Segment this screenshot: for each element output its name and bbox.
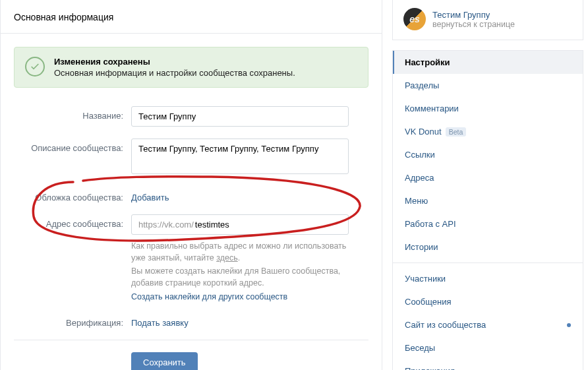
group-name: Тестим Группу <box>432 10 515 20</box>
menu-item-label: Настройки <box>405 57 450 67</box>
menu-item[interactable]: Участники <box>393 267 583 290</box>
back-link[interactable]: вернуться к странице <box>432 20 515 29</box>
addr-hint: Как правильно выбрать адрес и можно ли и… <box>131 240 355 303</box>
addr-prefix: https://vk.com/ <box>138 220 194 230</box>
addr-input[interactable] <box>194 219 341 230</box>
addr-help-link[interactable]: здесь <box>216 253 237 262</box>
beta-badge: Beta <box>446 127 467 137</box>
menu-item-label: Истории <box>405 242 438 252</box>
menu-item-label: Сообщения <box>405 297 452 307</box>
main-column: Основная информация Изменения сохранены … <box>0 0 382 370</box>
verify-link[interactable]: Подать заявку <box>131 313 189 328</box>
cover-add-link[interactable]: Добавить <box>131 188 169 202</box>
menu-item[interactable]: Адреса <box>393 166 583 189</box>
verify-label: Верификация: <box>14 313 131 328</box>
menu-item-label: Приложения <box>405 366 455 370</box>
settings-menu: НастройкиРазделыКомментарииVK DonutBetaС… <box>392 50 583 370</box>
side-column: es Тестим Группу вернуться к странице На… <box>392 0 583 370</box>
menu-item-label: Комментарии <box>405 104 459 113</box>
desc-label: Описание сообщества: <box>14 139 131 153</box>
menu-item-label: Адреса <box>405 173 434 183</box>
menu-item[interactable]: Сайт из сообщества <box>393 313 583 336</box>
menu-item[interactable]: Истории <box>393 235 583 259</box>
menu-item-label: Разделы <box>405 80 439 90</box>
group-card[interactable]: es Тестим Группу вернуться к странице <box>392 0 583 40</box>
menu-item[interactable]: Меню <box>393 189 583 212</box>
menu-item[interactable]: Разделы <box>393 74 583 97</box>
menu-item-label: Участники <box>405 274 446 284</box>
menu-separator <box>393 262 583 263</box>
stickers-link[interactable]: Создать наклейки для других сообществ <box>131 292 287 301</box>
menu-item-label: Сайт из сообщества <box>405 320 486 330</box>
save-button[interactable]: Сохранить <box>131 352 198 370</box>
notification-dot-icon <box>567 323 571 327</box>
menu-item-label: Беседы <box>405 343 435 353</box>
menu-item[interactable]: Ссылки <box>393 143 583 166</box>
menu-item[interactable]: VK DonutBeta <box>393 120 583 143</box>
menu-item[interactable]: Беседы <box>393 336 583 359</box>
success-banner: Изменения сохранены Основная информация … <box>14 47 368 88</box>
addr-label: Адрес сообщества: <box>14 214 131 229</box>
addr-field[interactable]: https://vk.com/ <box>131 214 349 235</box>
success-message: Основная информация и настройки сообщест… <box>54 68 295 78</box>
avatar: es <box>403 8 426 30</box>
menu-item[interactable]: Настройки <box>393 51 583 74</box>
name-input[interactable] <box>131 106 349 127</box>
page-title: Основная информация <box>1 0 382 34</box>
divider <box>14 340 368 340</box>
menu-item[interactable]: Работа с API <box>393 212 583 235</box>
check-icon <box>25 57 45 77</box>
menu-item[interactable]: Сообщения <box>393 290 583 313</box>
desc-textarea[interactable] <box>131 139 349 174</box>
menu-item[interactable]: Приложения <box>393 359 583 370</box>
name-label: Название: <box>14 106 131 121</box>
menu-item[interactable]: Комментарии <box>393 97 583 120</box>
menu-item-label: Ссылки <box>405 150 435 160</box>
success-title: Изменения сохранены <box>54 57 295 67</box>
cover-label: Обложка сообщества: <box>14 188 131 202</box>
menu-item-label: Меню <box>405 196 428 206</box>
menu-item-label: Работа с API <box>405 219 456 229</box>
menu-item-label: VK DonutBeta <box>405 127 466 137</box>
